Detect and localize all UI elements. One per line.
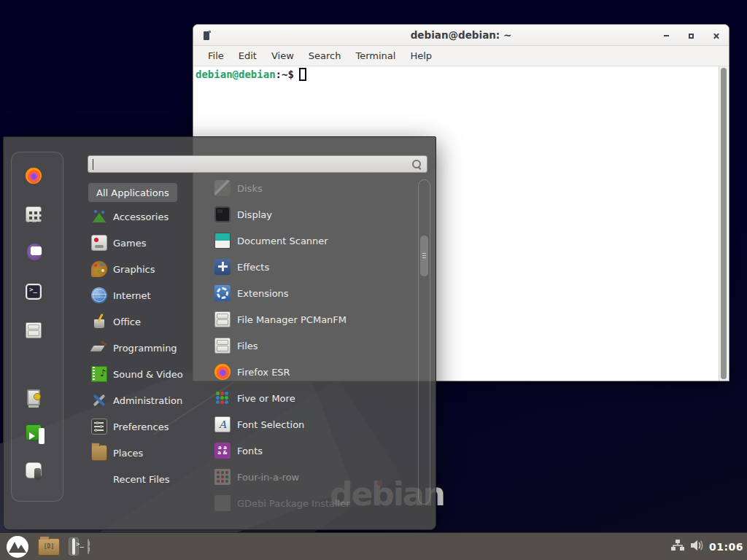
shutdown-button[interactable] [26,462,49,486]
category-recent-files[interactable]: Recent Files [88,466,202,492]
favorites-rail [11,152,63,502]
gdebi-icon [214,495,231,511]
cabinet-icon [26,322,42,338]
docscanner-icon [214,233,231,249]
app-gdebi-package-installer[interactable]: GDebi Package Installer [214,490,416,516]
app-fonts[interactable]: Fonts [214,438,416,464]
category-preferences[interactable]: Preferences [88,413,202,440]
category-games[interactable]: Games [88,230,202,256]
application-list-scrollbar[interactable] [418,179,430,505]
disks-icon [214,180,231,196]
lockscreen-icon [26,386,42,402]
menu-button[interactable] [6,535,29,559]
menubar-item-help[interactable]: Help [403,50,439,61]
menubar-item-edit[interactable]: Edit [231,50,264,61]
terminal-task-active[interactable] [69,537,79,556]
volume-icon[interactable] [690,540,703,554]
office-icon [91,314,107,330]
display-icon [214,206,231,222]
favorite-character-map[interactable] [26,206,49,230]
category-graphics[interactable]: Graphics [88,256,202,282]
fourrow-icon [214,469,231,485]
app-four-in-a-row[interactable]: Four-in-a-row [214,464,416,490]
shutdown-icon [26,462,42,478]
category-all-applications[interactable]: All Applications [88,183,177,202]
app-display[interactable]: Display [214,201,416,228]
clock[interactable]: 01:06 [709,541,743,553]
taskbar-launchers [0,535,89,559]
mountain-logo-icon [6,535,29,559]
app-files[interactable]: Files [214,332,416,359]
fontsel-icon [214,416,231,432]
minimize-button[interactable] [660,30,672,42]
category-office[interactable]: Office [88,308,202,335]
maximize-icon [689,34,694,39]
files-launcher[interactable] [88,540,89,553]
network-icon[interactable] [671,539,684,554]
firefox-icon [214,364,231,380]
application-list: Disks Display Document Scanner Effects E… [214,175,416,516]
menubar-item-terminal[interactable]: Terminal [348,50,403,61]
terminal-dark-icon [26,284,42,300]
logout-button[interactable] [26,424,49,448]
terminal-window-title: debian@debian: ~ [411,29,512,41]
app-five-or-more[interactable]: Five or More [214,385,416,411]
category-places[interactable]: Places [88,440,202,466]
taskbar: 01:06 [0,532,747,560]
fivemore-icon [214,390,231,406]
cabinet-icon [214,311,231,327]
menubar-item-search[interactable]: Search [301,50,349,61]
app-extensions[interactable]: Extensions [214,280,416,306]
app-effects[interactable]: Effects [214,254,416,280]
minimize-icon [664,35,669,36]
file-manager-launcher[interactable] [38,538,60,556]
application-list-scrollbar-thumb[interactable] [420,236,428,276]
cabinet-icon [214,338,231,354]
category-programming[interactable]: Programming [88,335,202,361]
favorite-terminal[interactable] [26,284,49,307]
terminal-titlebar[interactable]: debian@debian: ~ [193,25,729,46]
app-file-manager-pcmanfm[interactable]: File Manager PCManFM [214,306,416,332]
favorite-firefox[interactable] [26,168,49,191]
app-firefox-esr[interactable]: Firefox ESR [214,359,416,385]
maximize-button[interactable] [685,30,697,42]
internet-icon [91,287,107,303]
terminal-window-icon [204,31,209,40]
category-sound-video[interactable]: Sound & Video [88,361,202,387]
category-administration[interactable]: Administration [88,387,202,413]
lock-screen-button[interactable] [26,386,49,410]
app-disks[interactable]: Disks [214,175,416,201]
terminal-scrollbar[interactable] [719,66,728,381]
firefox-icon [26,168,42,184]
accessories-icon [91,209,107,225]
close-icon [713,33,719,39]
text-caret [93,159,93,170]
favorites-group [26,168,49,346]
menubar-item-view[interactable]: View [264,50,301,61]
terminal-scrollbar-thumb[interactable] [721,68,727,379]
menubar-item-file[interactable]: File [201,50,231,61]
app-document-scanner[interactable]: Document Scanner [214,228,416,254]
extensions-icon [214,285,231,301]
preferences-icon [91,419,107,435]
prompt-user-host: debian@debian [196,69,276,80]
category-accessories[interactable]: Accessories [88,203,202,230]
favorite-file-manager[interactable] [26,322,49,346]
terminal-cursor [299,68,306,81]
close-button[interactable] [710,30,721,42]
category-internet[interactable]: Internet [88,282,202,308]
favorite-pidgin[interactable] [26,245,49,268]
search-input[interactable] [88,155,427,173]
prompt-path: :~$ [276,69,294,80]
system-tray: 01:06 [671,539,747,554]
effects-icon [214,259,231,275]
graphics-icon [91,261,107,277]
keyboard-icon [26,206,42,222]
app-font-selection[interactable]: Font Selection [214,411,416,438]
administration-icon [91,392,107,408]
programming-icon [91,340,107,356]
soundvideo-icon [91,366,107,382]
shell-prompt: debian@debian:~$ [196,68,306,81]
logout-icon [26,424,42,440]
session-buttons-group [26,386,49,486]
